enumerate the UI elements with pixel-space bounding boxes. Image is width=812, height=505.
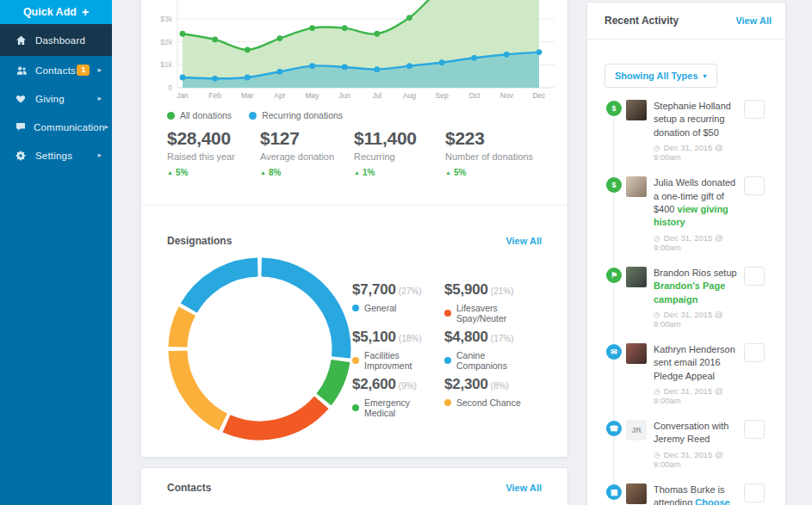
activity-options-button[interactable] — [744, 176, 765, 195]
svg-text:Jan: Jan — [177, 91, 189, 100]
dashboard-page: { "colors":{ "sidebar_bg":"#006fa8","qui… — [0, 0, 812, 505]
heart-icon — [15, 94, 28, 103]
stat-block: $11,400 Recurring ▲1% — [354, 128, 445, 177]
legend-dot-icon — [352, 305, 359, 311]
designation-legend-item: $2,600(9%) Emergency Medical — [352, 376, 443, 418]
quick-add-button[interactable]: Quick Add + — [0, 0, 112, 24]
donations-overview-card: 0$1k$2k$3kJanFebMarAprMayJunJulAugSepOct… — [140, 0, 568, 458]
sidebar-item-dashboard[interactable]: Dashboard — [0, 24, 112, 56]
svg-text:Aug: Aug — [403, 91, 416, 100]
dollar-icon: $ — [606, 101, 622, 116]
activity-text: Kathryn Henderson sent email 2016 Pledge… — [654, 343, 739, 383]
designation-legend-item: $7,700(27%) General — [352, 281, 443, 313]
filter-label: Showing All Types — [615, 71, 698, 81]
chevron-right-icon: ▸ — [97, 95, 102, 102]
activity-options-button[interactable] — [744, 267, 765, 286]
sidebar-item-label: Dashboard — [35, 35, 102, 46]
designation-legend-item: $4,800(17%) Canine Companions — [444, 329, 536, 371]
designation-label: General — [364, 303, 396, 313]
designation-amount: $5,100 — [352, 329, 396, 345]
designation-legend-item: $2,300(8%) Second Chance — [444, 376, 536, 408]
home-icon — [15, 35, 28, 46]
designation-label: Second Chance — [456, 397, 521, 408]
stat-value: $223 — [445, 128, 536, 149]
svg-text:$3k: $3k — [160, 15, 172, 23]
activity-link[interactable]: Choose to Move 5k — [654, 497, 730, 505]
sidebar-item-settings[interactable]: Settings ▸ — [0, 141, 112, 169]
donations-area-chart: 0$1k$2k$3kJanFebMarAprMayJunJulAugSepOct… — [141, 0, 567, 102]
legend-label: Recurring donations — [262, 110, 343, 120]
activity-item: ⚑ Brandon Rios setup Brandon's Page camp… — [606, 267, 765, 329]
activity-options-button[interactable] — [744, 343, 765, 362]
stat-label: Raised this year — [167, 151, 258, 162]
svg-text:$2k: $2k — [160, 38, 172, 46]
avatar: JR — [626, 420, 647, 440]
avatar — [626, 343, 647, 364]
svg-text:Nov: Nov — [500, 91, 514, 100]
up-arrow-icon: ▲ — [167, 169, 173, 176]
legend-dot-icon — [352, 357, 359, 364]
chevron-down-icon: ▾ — [704, 72, 707, 80]
designation-amount: $7,700 — [352, 281, 396, 298]
sidebar-item-communication[interactable]: Communication ▸ — [0, 113, 112, 141]
clock-icon: ◷ — [654, 387, 660, 396]
stat-block: $223 Number of donations ▲5% — [445, 128, 536, 177]
chart-legend: All donations Recurring donations — [167, 110, 343, 120]
designation-percent: (17%) — [491, 334, 514, 343]
phone-icon: ☎ — [606, 421, 622, 436]
activity-options-button[interactable] — [744, 483, 765, 502]
activity-timestamp: ◷Dec 31, 2015 @ 9:00am — [654, 310, 739, 329]
activity-text: Stephanie Holland setup a recurring dona… — [654, 100, 739, 139]
contacts-title: Contacts — [167, 482, 211, 494]
contacts-header: Contacts View All — [167, 482, 542, 494]
activity-options-button[interactable] — [744, 420, 765, 439]
stat-value: $127 — [260, 128, 351, 149]
svg-text:0: 0 — [168, 83, 172, 92]
plus-icon: + — [82, 5, 89, 19]
stat-value: $28,400 — [167, 128, 258, 149]
section-divider — [141, 205, 567, 206]
activity-link[interactable]: Brandon's Page campaign — [654, 280, 725, 304]
designations-view-all-link[interactable]: View All — [505, 236, 542, 246]
stat-label: Number of donations — [445, 151, 536, 162]
clock-icon: ◷ — [654, 234, 660, 243]
designations-header: Designations View All — [167, 235, 542, 247]
chart-legend-entry: All donations — [167, 110, 232, 120]
sidebar-nav: Dashboard Contacts 1 ▸ Giving ▸ Communic… — [0, 24, 112, 169]
stat-change: ▲1% — [354, 168, 445, 177]
activity-header: Recent Activity View All — [587, 3, 785, 40]
activity-view-all-link[interactable]: View All — [735, 15, 772, 26]
chat-bubble-icon — [15, 122, 26, 132]
sidebar-item-giving[interactable]: Giving ▸ — [0, 84, 112, 113]
sidebar-item-contacts[interactable]: Contacts 1 ▸ — [0, 56, 112, 84]
svg-text:Jul: Jul — [372, 91, 381, 100]
avatar — [626, 267, 647, 287]
svg-text:Feb: Feb — [208, 91, 221, 100]
designation-percent: (27%) — [399, 286, 422, 296]
designation-label: Emergency Medical — [364, 397, 443, 418]
avatar — [626, 483, 647, 504]
svg-text:Oct: Oct — [468, 91, 480, 100]
designation-amount: $4,800 — [444, 329, 488, 345]
legend-dot-icon — [167, 112, 175, 120]
activity-item: ▦ Thomas Burke is attending Choose to Mo… — [606, 483, 765, 505]
avatar — [626, 176, 647, 197]
megaphone-icon: ⚑ — [606, 268, 622, 283]
stat-block: $28,400 Raised this year ▲5% — [167, 128, 258, 177]
designation-label: Facilities Improvment — [364, 350, 443, 371]
activity-type-filter-dropdown[interactable]: Showing All Types ▾ — [604, 64, 717, 88]
dollar-icon: $ — [606, 177, 622, 193]
stat-change: ▲5% — [167, 168, 258, 177]
legend-dot-icon — [352, 404, 359, 411]
activity-link[interactable]: view giving history — [654, 204, 728, 227]
activity-text: Brandon Rios setup Brandon's Page campai… — [654, 267, 739, 306]
contacts-view-all-link[interactable]: View All — [505, 483, 542, 493]
designation-legend-item: $5,900(21%) Lifesavers Spay/Neuter — [444, 281, 536, 323]
up-arrow-icon: ▲ — [445, 169, 451, 176]
activity-list: $ Stephanie Holland setup a recurring do… — [587, 100, 785, 505]
calendar-icon: ▦ — [606, 484, 622, 500]
activity-item: $ Julia Wells donated a one-time gift of… — [606, 176, 765, 252]
activity-options-button[interactable] — [744, 100, 765, 119]
designation-legend-item: $5,100(18%) Facilities Improvment — [352, 329, 443, 371]
svg-text:Dec: Dec — [532, 91, 546, 100]
